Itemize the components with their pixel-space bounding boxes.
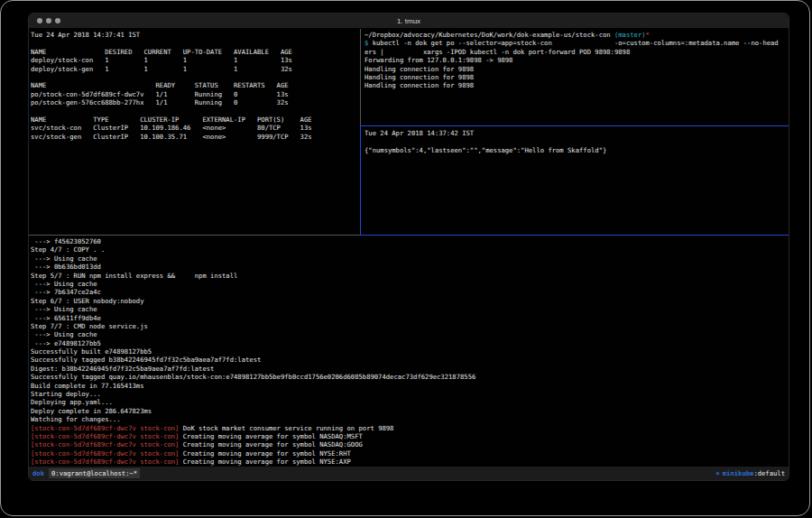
close-button[interactable]: [37, 18, 42, 23]
terminal-line: [stock-con-5d7df689cf-dwc7v stock-con] C…: [31, 449, 787, 458]
terminal-line: [31, 39, 357, 47]
terminal-line: deploy/stock-con 1 1 1 1 13s: [31, 56, 357, 64]
terminal-line: svc/stock-con ClusterIP 10.109.186.46 <n…: [31, 124, 357, 132]
status-right: ⎈ minikube :default: [715, 469, 785, 477]
terminal-line: [364, 137, 788, 145]
terminal-line: ---> Using cache: [31, 254, 787, 263]
terminal-line: Handling connection for 9898: [364, 81, 788, 89]
terminal-line: [31, 73, 357, 81]
terminal-line: Digest: b38b42246945fd7f32c5ba9aea7af7fd…: [31, 365, 787, 373]
terminal-line: Deploying app.yaml...: [31, 398, 787, 406]
pane-divider-vertical-active: [360, 125, 361, 235]
kube-namespace: :default: [753, 469, 785, 477]
terminal-window: 1. tmux Tue 24 Apr 2018 14:37:41 IST NAM…: [28, 13, 789, 481]
terminal-line: ---> 7b6347ce2a4c: [31, 288, 787, 296]
terminal-line: Tue 24 Apr 2018 14:37:42 IST: [364, 129, 788, 137]
terminal-line: Deploy complete in 286.647823ms: [31, 407, 787, 415]
terminal-line: Forwarding from 127.0.0.1:9898 -> 9898: [364, 56, 788, 64]
screenshot-frame: 1. tmux Tue 24 Apr 2018 14:37:41 IST NAM…: [0, 0, 810, 516]
pane-divider-vertical-inactive: [360, 29, 361, 125]
terminal-line: ---> 0b636bd013dd: [31, 263, 787, 271]
terminal-line: [31, 107, 357, 116]
window-titlebar: 1. tmux: [29, 14, 789, 29]
terminal-line: ---> Using cache: [31, 305, 787, 313]
terminal-line: Tue 24 Apr 2018 14:37:41 IST: [31, 31, 357, 39]
terminal-line: [stock-con-5d7df689cf-dwc7v stock-con] C…: [31, 440, 787, 449]
terminal-line: {"numsymbols":4,"lastseen":"","message":…: [364, 146, 788, 154]
terminal-line: ---> e74898127bb5: [31, 339, 787, 347]
terminal-line: [stock-con-5d7df689cf-dwc7v stock-con] D…: [31, 424, 787, 432]
terminal-line: Step 5/7 : RUN npm install express && np…: [31, 272, 787, 280]
terminal-line: NAME READY STATUS RESTARTS AGE: [31, 81, 357, 89]
pane-kubectl-watch[interactable]: Tue 24 Apr 2018 14:37:41 IST NAME DESIRE…: [31, 31, 357, 233]
terminal-line: deploy/stock-gen 1 1 1 1 32s: [31, 65, 357, 73]
terminal-line: $ kubectl -n dok get po --selector=app=s…: [364, 39, 788, 47]
status-window-item[interactable]: 0:vagrant@localhost:~*: [49, 468, 140, 478]
terminal-line: [stock-con-5d7df689cf-dwc7v stock-con] C…: [31, 458, 787, 466]
window-title: 1. tmux: [29, 17, 789, 25]
terminal-line: Step 6/7 : USER nobody:nobody: [31, 297, 787, 305]
pane-skaffold-log[interactable]: ---> f45623052760Step 4/7 : COPY . . ---…: [31, 237, 787, 466]
terminal-line: [stock-con-5d7df689cf-dwc7v stock-con] C…: [31, 432, 787, 440]
pane-divider-horizontal-active: [361, 125, 789, 126]
pane-divider-bottom-active: [360, 235, 789, 236]
kube-context: minikube: [723, 469, 754, 477]
terminal-line: NAME DESIRED CURRENT UP-TO-DATE AVAILABL…: [31, 48, 357, 56]
terminal-line: Successfully built e74898127bb5: [31, 347, 787, 356]
terminal-line: ---> Using cache: [31, 330, 787, 338]
minimize-button[interactable]: [46, 18, 51, 23]
terminal-line: Step 7/7 : CMD node service.js: [31, 322, 787, 330]
terminal-line: NAME TYPE CLUSTER-IP EXTERNAL-IP PORT(S)…: [31, 116, 357, 124]
terminal-line: Successfully tagged quay.io/mhausenblas/…: [31, 373, 787, 381]
terminal-line: Handling connection for 9898: [364, 73, 788, 81]
terminal-line: po/stock-gen-576cc688bb-277hx 1/1 Runnin…: [31, 98, 357, 106]
terminal-line: ---> f45623052760: [31, 237, 787, 245]
zoom-button[interactable]: [55, 18, 60, 23]
kubernetes-helm-icon: ⎈: [715, 469, 720, 477]
pane-service-output[interactable]: Tue 24 Apr 2018 14:37:42 IST {"numsymbol…: [364, 129, 788, 233]
terminal-line: Starting deploy...: [31, 390, 787, 398]
terminal-line: Successfully tagged b38b42246945fd7f32c5…: [31, 356, 787, 364]
terminal-line: ~/Dropbox/advocacy/Kubernetes/DoK/work/d…: [364, 31, 788, 39]
terminal-line: svc/stock-gen ClusterIP 10.100.35.71 <no…: [31, 133, 357, 141]
pane-port-forward[interactable]: ~/Dropbox/advocacy/Kubernetes/DoK/work/d…: [364, 31, 788, 125]
pane-divider-bottom-inactive: [29, 235, 360, 236]
session-name: dok: [29, 469, 44, 477]
terminal-line: Watching for changes...: [31, 415, 787, 423]
terminal-line: Build complete in 77.165413ms: [31, 382, 787, 390]
tmux-status-bar: dok 0:vagrant@localhost:~* ⎈ minikube :d…: [29, 467, 789, 480]
traffic-lights: [29, 18, 60, 23]
terminal-line: po/stock-con-5d7df689cf-dwc7v 1/1 Runnin…: [31, 90, 357, 98]
terminal-line: ---> Using cache: [31, 280, 787, 288]
terminal-line: Step 4/7 : COPY . .: [31, 245, 787, 254]
terminal-line: ers | xargs -IPOD kubectl -n dok port-fo…: [364, 48, 788, 56]
terminal-line: ---> 65611ff9db4e: [31, 314, 787, 322]
tmux-session-body: Tue 24 Apr 2018 14:37:41 IST NAME DESIRE…: [29, 29, 789, 467]
terminal-line: Handling connection for 9898: [364, 65, 788, 73]
